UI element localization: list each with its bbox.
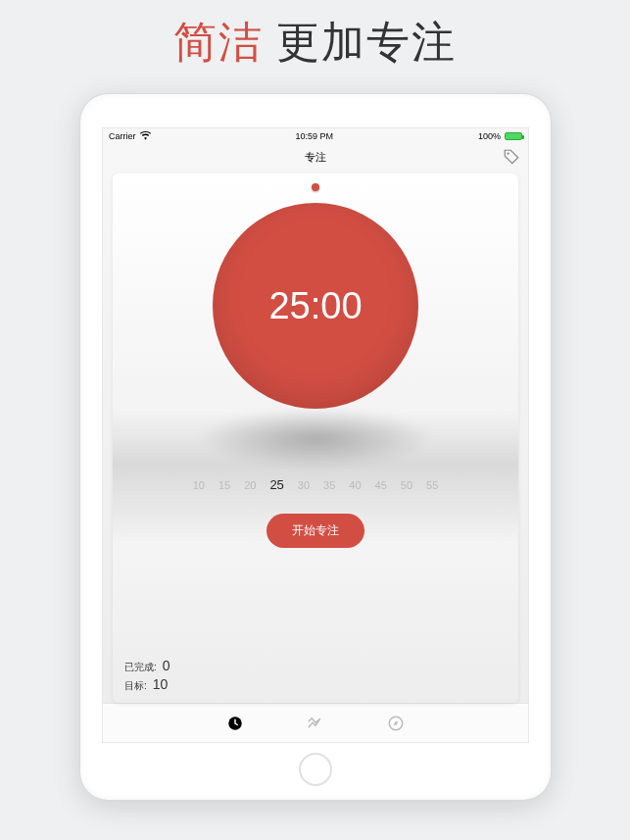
battery-icon [505, 132, 522, 140]
timer-wrap: 25:00 [213, 203, 418, 409]
goal-value: 10 [153, 676, 169, 692]
wifi-icon [140, 131, 151, 142]
timer-display: 25:00 [268, 285, 362, 327]
nav-bar: 专注 [103, 144, 528, 170]
chart-icon [307, 715, 324, 732]
compass-icon [387, 715, 405, 732]
ruler-tick[interactable]: 25 [269, 477, 283, 492]
start-button[interactable]: 开始专注 [267, 514, 364, 548]
tab-bar [103, 703, 528, 742]
focus-card: 25:00 10152025303540455055 开始专注 已完成: 0 目… [113, 173, 518, 703]
tag-icon [503, 148, 520, 166]
tab-explore[interactable] [387, 715, 405, 732]
status-bar: Carrier 10:59 PM 100% [103, 128, 528, 144]
completed-value: 0 [163, 658, 170, 673]
headline-part1: 简洁 [173, 19, 264, 67]
tablet-frame: Carrier 10:59 PM 100% 专注 [80, 94, 551, 800]
ruler-tick[interactable]: 35 [323, 479, 335, 491]
battery-pct: 100% [478, 131, 501, 141]
page-title: 专注 [305, 150, 326, 165]
clock-label: 10:59 PM [295, 131, 333, 141]
home-button[interactable] [299, 753, 332, 786]
ruler-tick[interactable]: 30 [298, 479, 310, 491]
ruler-tick[interactable]: 45 [375, 479, 387, 491]
goal-label: 目标: [124, 679, 147, 693]
timer-shadow [198, 409, 433, 468]
ruler-tick[interactable]: 10 [193, 479, 205, 491]
headline-part2: 更加专注 [276, 19, 457, 67]
stats-block: 已完成: 0 目标: 10 [124, 656, 170, 693]
carrier-label: Carrier [109, 131, 136, 141]
svg-point-0 [508, 153, 509, 155]
marketing-headline: 简洁 更加专注 [0, 14, 630, 72]
timer-circle[interactable]: 25:00 [213, 203, 418, 409]
completed-label: 已完成: [124, 661, 157, 674]
ruler-tick[interactable]: 20 [244, 479, 256, 491]
ruler-tick[interactable]: 40 [349, 479, 361, 491]
duration-ruler[interactable]: 10152025303540455055 [193, 477, 439, 492]
tag-button[interactable] [503, 148, 520, 166]
ruler-tick[interactable]: 50 [401, 479, 412, 491]
pin-dot-icon [312, 183, 319, 191]
tab-stats[interactable] [307, 715, 324, 732]
ruler-tick[interactable]: 55 [426, 479, 438, 491]
ruler-tick[interactable]: 15 [218, 479, 230, 491]
device-screen: Carrier 10:59 PM 100% 专注 [102, 127, 529, 743]
clock-icon [226, 715, 244, 732]
tab-timer[interactable] [226, 715, 244, 732]
